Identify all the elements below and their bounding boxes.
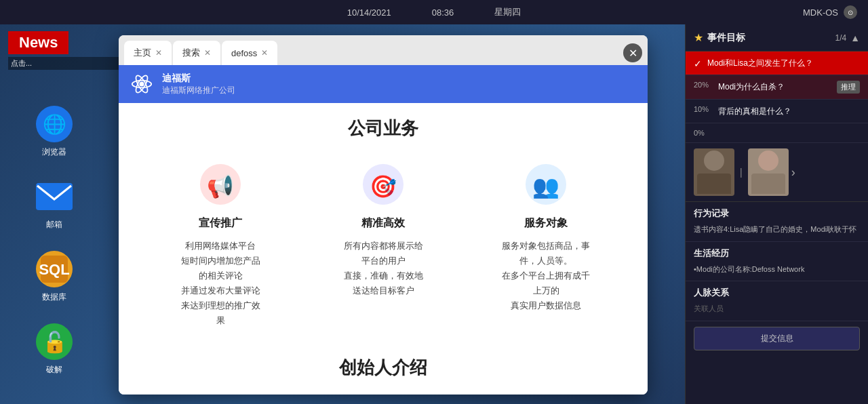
browser-label: 浏览器 <box>42 146 66 158</box>
tab-defoss-close[interactable]: ✕ <box>261 49 268 57</box>
event-text-2: Modi为什么自杀？ <box>718 81 831 93</box>
database-icon: SQL <box>36 251 73 287</box>
browser-close-button[interactable]: ✕ <box>623 43 642 62</box>
svg-text:🎯: 🎯 <box>370 174 397 199</box>
service-name-precise: 精准高效 <box>361 216 405 230</box>
browser-window: 主页 ✕ 搜索 ✕ defoss ✕ ✕ <box>119 35 648 395</box>
infer-button-2[interactable]: 推理 <box>837 81 860 94</box>
target-icon: 👥 <box>522 161 570 208</box>
submit-button[interactable]: 提交信息 <box>694 327 860 350</box>
event-text-3: 背后的真相是什么？ <box>718 105 860 117</box>
tab-defoss[interactable]: defoss ✕ <box>222 41 277 65</box>
defoss-name: 迪福斯 <box>162 73 235 85</box>
day-display: 星期四 <box>494 6 521 18</box>
event-percent-4: 0% <box>694 129 713 137</box>
life-experience-title: 生活经历 <box>694 247 860 260</box>
defoss-full-name: 迪福斯网络推广公司 <box>162 85 235 96</box>
event-item-2[interactable]: 20% Modi为什么自杀？ 推理 <box>686 75 868 100</box>
char-images: | › <box>686 143 868 202</box>
event-header: ★ 事件目标 1/4 ▲ <box>686 24 868 52</box>
defoss-suggestion-item[interactable]: 迪福斯 迪福斯网络推广公司 <box>119 65 648 103</box>
os-label: MDK-OS <box>803 7 838 18</box>
life-experience-section: 生活经历 •Modi的公司名称:Defoss Network <box>686 242 868 282</box>
char-img-female <box>748 148 789 196</box>
service-card-target: 👥 服务对象 服务对象包括商品，事 件，人员等。 在多个平台上拥有成千 上万的 … <box>471 161 620 329</box>
behavior-log-section: 行为记录 遗书内容4:Lisa隐瞒了自己的婚史，Modi耿耿于怀 <box>686 202 868 242</box>
tab-defoss-label: defoss <box>231 48 257 58</box>
event-count: 1/4 <box>835 33 846 43</box>
tab-search-close[interactable]: ✕ <box>204 49 211 57</box>
service-desc-precise: 所有内容都将展示给 平台的用户 直接，准确，有效地 送达给目标客户 <box>344 239 423 298</box>
tab-home[interactable]: 主页 ✕ <box>124 41 172 65</box>
browser-tabs: 主页 ✕ 搜索 ✕ defoss ✕ ✕ <box>119 35 648 65</box>
promo-icon: 📢 <box>197 161 244 208</box>
check-icon-1: ✓ <box>694 58 702 69</box>
svg-text:👥: 👥 <box>532 174 559 199</box>
char-separator: | <box>737 148 745 196</box>
star-icon: ★ <box>694 31 703 44</box>
sidebar-item-crack[interactable]: 🔓 破解 <box>36 323 73 376</box>
event-percent-3: 10% <box>694 105 713 113</box>
svg-rect-0 <box>36 183 73 210</box>
database-label: 数据库 <box>42 291 66 303</box>
behavior-log-title: 行为记录 <box>694 207 860 220</box>
tab-search[interactable]: 搜索 ✕ <box>173 41 220 65</box>
relationships-item: 关联人员 <box>694 303 860 315</box>
event-item-4[interactable]: 0% <box>686 123 868 143</box>
relationships-section: 人脉关系 关联人员 <box>686 281 868 321</box>
os-icon: ⊙ <box>844 5 857 19</box>
precise-icon: 🎯 <box>359 161 407 208</box>
desktop: NG News 点击... 🌐 浏览器 邮箱 <box>0 24 868 404</box>
sidebar: 🌐 浏览器 邮箱 SQL 数据库 🔓 <box>0 24 108 404</box>
service-card-promo: 📢 宣传推广 利用网络媒体平台 短时间内增加您产品 的相关评论 并通过发布大量评… <box>146 161 295 329</box>
char-img-male <box>694 148 734 196</box>
time-display: 08:36 <box>432 7 454 18</box>
svg-point-3 <box>139 81 144 86</box>
svg-text:📢: 📢 <box>207 174 234 199</box>
tab-home-label: 主页 <box>134 47 151 59</box>
event-percent-2: 20% <box>694 81 713 89</box>
event-item-1[interactable]: ✓ Modi和Lisa之间发生了什么？ <box>686 52 868 75</box>
chevron-up-btn[interactable]: ▲ <box>850 33 860 43</box>
service-desc-promo: 利用网络媒体平台 短时间内增加您产品 的相关评论 并通过发布大量评论 来达到理想… <box>181 239 260 329</box>
service-desc-target: 服务对象包括商品，事 件，人员等。 在多个平台上拥有成千 上万的 真实用户数据信… <box>502 239 590 313</box>
section-title-services: 公司业务 <box>146 117 620 140</box>
behavior-log-item-1: 遗书内容4:Lisa隐瞒了自己的婚史，Modi耿耿于怀 <box>694 224 860 236</box>
service-name-promo: 宣传推广 <box>199 216 242 230</box>
service-name-target: 服务对象 <box>524 216 568 230</box>
mail-icon <box>36 178 73 215</box>
right-panel: ★ 事件目标 1/4 ▲ ✓ Modi和Lisa之间发生了什么？ 20% Mod… <box>685 24 868 404</box>
sidebar-item-mail[interactable]: 邮箱 <box>36 178 73 230</box>
sidebar-item-browser[interactable]: 🌐 浏览器 <box>36 106 73 158</box>
defoss-text-block: 迪福斯 迪福斯网络推广公司 <box>162 73 235 96</box>
svg-text:SQL: SQL <box>39 261 69 278</box>
defoss-logo-icon <box>130 72 154 96</box>
browser-icon: 🌐 <box>36 106 73 142</box>
section-title-founder: 创始人介绍 <box>146 356 620 380</box>
services-grid: 📢 宣传推广 利用网络媒体平台 短时间内增加您产品 的相关评论 并通过发布大量评… <box>146 161 620 329</box>
date-display: 10/14/2021 <box>347 7 391 18</box>
tab-search-label: 搜索 <box>182 47 200 59</box>
sidebar-item-database[interactable]: SQL 数据库 <box>36 251 73 303</box>
tab-home-close[interactable]: ✕ <box>155 49 162 57</box>
event-item-3[interactable]: 10% 背后的真相是什么？ <box>686 100 868 123</box>
os-info: MDK-OS ⊙ <box>803 5 857 19</box>
event-title: 事件目标 <box>707 32 831 44</box>
top-bar: 10/14/2021 08:36 星期四 MDK-OS ⊙ <box>0 0 868 24</box>
side-arrow-right[interactable]: › <box>791 148 795 196</box>
life-experience-item-1: •Modi的公司名称:Defoss Network <box>694 264 860 276</box>
page-content[interactable]: 公司业务 📢 宣传推广 利用网络媒体平台 短时间内增加您产品 的相关 <box>119 103 648 395</box>
service-card-precise: 🎯 精准高效 所有内容都将展示给 平台的用户 直接，准确，有效地 送达给目标客户 <box>309 161 458 329</box>
event-text-1: Modi和Lisa之间发生了什么？ <box>707 57 860 69</box>
crack-label: 破解 <box>46 364 62 376</box>
relationships-title: 人脉关系 <box>694 287 860 299</box>
mail-label: 邮箱 <box>46 219 62 230</box>
crack-icon: 🔓 <box>36 323 73 360</box>
